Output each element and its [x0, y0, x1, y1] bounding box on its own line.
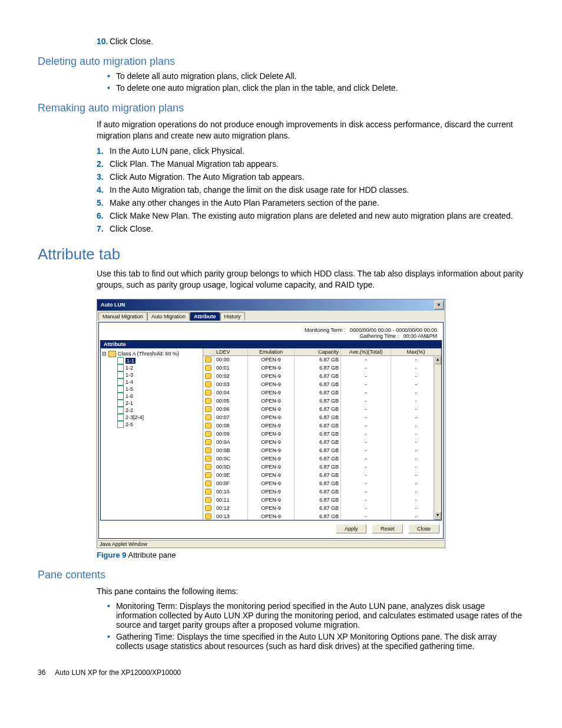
ldev-icon [205, 357, 211, 363]
table-row[interactable]: 00:0AOPEN-96.87 GB-- [203, 439, 441, 447]
tab-attribute[interactable]: Attribute [190, 312, 220, 321]
tree-item[interactable]: 1-5 [117, 386, 201, 393]
close-icon[interactable]: × [434, 301, 444, 309]
cell-ave: - [341, 389, 391, 397]
ldev-icon [205, 447, 211, 453]
cell-ave: - [341, 422, 391, 430]
tree-item[interactable]: 2-3[2-4] [117, 414, 201, 421]
figure-title: Attribute pane [127, 551, 176, 559]
cell-capacity: 6.87 GB [295, 430, 341, 439]
tree-item-label: 1-2 [125, 364, 133, 371]
table-row[interactable]: 00:09OPEN-96.87 GB-- [203, 430, 441, 439]
folder-icon [108, 351, 116, 357]
page-number: 36 [38, 668, 45, 677]
cell-ave: - [341, 505, 391, 513]
table-row[interactable]: 00:10OPEN-96.87 GB-- [203, 488, 441, 496]
tree-item[interactable]: 2-1 [117, 400, 201, 407]
ldev-icon [205, 365, 211, 371]
ldev-icon [205, 472, 211, 478]
col-ldev[interactable]: LDEV [214, 348, 248, 355]
cell-ave: - [341, 381, 391, 389]
heading-remaking: Remaking auto migration plans [38, 102, 524, 114]
bullet-icon: • [107, 601, 110, 630]
tab-auto-migration[interactable]: Auto Migration [147, 312, 190, 321]
cell-ldev: 00:0F [214, 480, 248, 488]
table-row[interactable]: 00:0BOPEN-96.87 GB-- [203, 447, 441, 455]
step-text: Make any other changes in the Auto Plan … [110, 198, 524, 207]
scroll-down-icon[interactable]: ▾ [434, 512, 441, 520]
ldev-icon [205, 464, 211, 470]
col-emulation[interactable]: Emulation [248, 348, 295, 355]
heading-pane-contents: Pane contents [38, 569, 524, 581]
col-max[interactable]: Max(%) [391, 348, 441, 355]
step-text: In the Auto Migration tab, change the li… [110, 185, 524, 195]
step-text: Click Auto Migration. The Auto Migration… [110, 172, 524, 182]
ldev-icon [205, 439, 211, 445]
table-row[interactable]: 00:0EOPEN-96.87 GB-- [203, 472, 441, 480]
cell-capacity: 6.87 GB [295, 373, 341, 381]
table-row[interactable]: 00:13OPEN-96.87 GB-- [203, 513, 441, 520]
cell-capacity: 6.87 GB [295, 439, 341, 447]
tree-item[interactable]: 1-6 [117, 393, 201, 400]
tree-item[interactable]: 2-5 [117, 421, 201, 428]
table-row[interactable]: 00:07OPEN-96.87 GB-- [203, 414, 441, 422]
step-number: 6. [97, 211, 110, 220]
paragraph: If auto migration operations do not prod… [97, 119, 524, 141]
tree-item[interactable]: 2-2 [117, 407, 201, 414]
tree-root-label[interactable]: Class A (Threshold: 60 %) [118, 351, 179, 357]
table-row[interactable]: 00:03OPEN-96.87 GB-- [203, 381, 441, 389]
table-row[interactable]: 00:0DOPEN-96.87 GB-- [203, 463, 441, 472]
step-text: Click Close. [110, 37, 524, 46]
apply-button[interactable]: Apply [336, 524, 367, 533]
step-text: Click Close. [110, 224, 524, 233]
tab-history[interactable]: History [220, 312, 245, 321]
table-row[interactable]: 00:06OPEN-96.87 GB-- [203, 406, 441, 414]
cell-ldev: 00:0D [214, 463, 248, 472]
table-row[interactable]: 00:11OPEN-96.87 GB-- [203, 496, 441, 505]
tree-item-label: 1-5 [125, 386, 133, 393]
table-row[interactable]: 00:04OPEN-96.87 GB-- [203, 389, 441, 397]
col-ave[interactable]: Ave.(%)(Total) [341, 348, 391, 355]
step-number: 4. [97, 185, 110, 195]
table-row[interactable]: 00:00OPEN-96.87 GB-- [203, 356, 441, 364]
tree-item-label: 1-4 [125, 378, 133, 386]
table-row[interactable]: 00:12OPEN-96.87 GB-- [203, 505, 441, 513]
col-capacity[interactable]: Capacity [295, 348, 341, 355]
tab-manual-migration[interactable]: Manual Migration [98, 312, 147, 321]
table-row[interactable]: 00:01OPEN-96.87 GB-- [203, 364, 441, 373]
tree-item[interactable]: 1-3 [117, 371, 201, 378]
cell-ldev: 00:04 [214, 389, 248, 397]
ldev-icon [205, 423, 211, 429]
ldev-icon [205, 406, 211, 412]
cell-ldev: 00:0B [214, 447, 248, 455]
bullet-icon: • [107, 83, 110, 93]
tree-item[interactable]: 1-1 [117, 357, 201, 364]
table-row[interactable]: 00:05OPEN-96.87 GB-- [203, 397, 441, 406]
cell-emulation: OPEN-9 [248, 430, 295, 439]
parity-group-icon [117, 421, 124, 428]
cell-ldev: 00:02 [214, 373, 248, 381]
tree-collapse-icon[interactable]: ⊟ [102, 351, 107, 357]
cell-ave: - [341, 447, 391, 455]
scroll-up-icon[interactable]: ▴ [434, 356, 441, 364]
close-button[interactable]: Close [408, 524, 439, 533]
cell-ldev: 00:10 [214, 488, 248, 496]
window-title: Auto LUN [101, 302, 125, 308]
parity-group-icon [117, 357, 124, 364]
bullet-icon: • [107, 71, 110, 81]
table-row[interactable]: 00:0FOPEN-96.87 GB-- [203, 480, 441, 488]
tree-item[interactable]: 1-4 [117, 378, 201, 386]
scrollbar[interactable]: ▴ ▾ [434, 356, 441, 520]
table-row[interactable]: 00:0COPEN-96.87 GB-- [203, 455, 441, 463]
cell-ldev: 00:0A [214, 439, 248, 447]
cell-ave: - [341, 455, 391, 463]
ldev-icon [205, 489, 211, 495]
reset-button[interactable]: Reset [372, 524, 404, 533]
table-row[interactable]: 00:08OPEN-96.87 GB-- [203, 422, 441, 430]
gathering-time-label: Gathering Time : [359, 333, 399, 339]
cell-emulation: OPEN-9 [248, 488, 295, 496]
heading-deleting: Deleting auto migration plans [38, 55, 524, 68]
cell-ave: - [341, 513, 391, 520]
table-row[interactable]: 00:02OPEN-96.87 GB-- [203, 373, 441, 381]
tree-item[interactable]: 1-2 [117, 364, 201, 371]
